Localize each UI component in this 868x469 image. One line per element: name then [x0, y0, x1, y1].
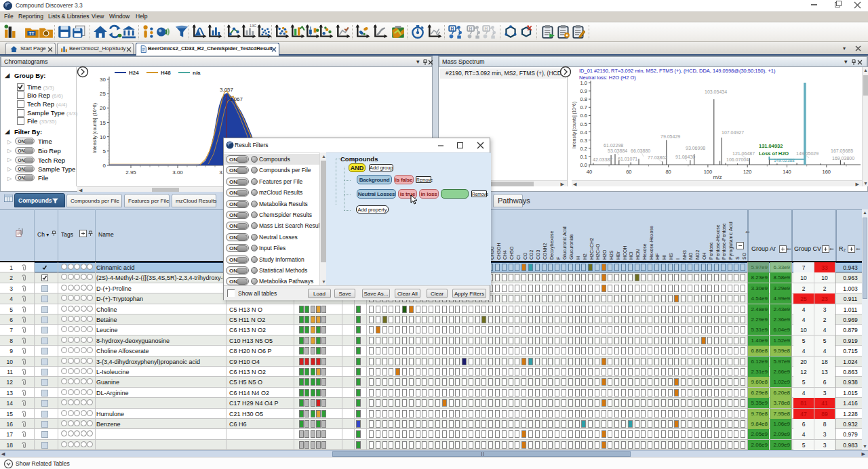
- svg-text:149.02388: 149.02388: [774, 158, 795, 163]
- svg-text:10: 10: [100, 134, 106, 140]
- svg-text:TT: TT: [29, 31, 35, 36]
- svg-text:Intensity [counts] (10^6): Intensity [counts] (10^6): [92, 103, 98, 153]
- svg-text:H: H: [450, 26, 454, 31]
- svg-text:61.01071: 61.01071: [618, 157, 637, 161]
- svg-text:91.06430: 91.06430: [675, 155, 695, 159]
- svg-text:H: H: [484, 26, 488, 31]
- svg-text:3.00: 3.00: [172, 169, 183, 176]
- svg-text:167.05685: 167.05685: [831, 148, 853, 153]
- svg-text:79.05429: 79.05429: [660, 134, 680, 139]
- svg-text:0: 0: [103, 163, 106, 169]
- svg-text:77.03862: 77.03862: [648, 155, 667, 160]
- svg-text:2.95: 2.95: [125, 169, 136, 176]
- svg-text:ID_01 #2190, RT=3.092 min, MS2: ID_01 #2190, RT=3.092 min, MS2, FTMS (+)…: [579, 68, 776, 74]
- svg-text:140: 140: [783, 169, 791, 175]
- svg-text:0.0: 0.0: [580, 162, 587, 168]
- svg-text:131.04932: 131.04932: [759, 143, 783, 149]
- svg-text:Neutral loss: H2O (H2 O): Neutral loss: H2O (H2 O): [579, 75, 636, 81]
- svg-text:100: 100: [704, 169, 713, 175]
- svg-text:0.6: 0.6: [580, 113, 587, 119]
- svg-text:m/z: m/z: [713, 174, 722, 180]
- svg-text:66.03880: 66.03880: [631, 148, 650, 153]
- svg-text:15: 15: [100, 120, 106, 126]
- svg-text:0.2: 0.2: [580, 146, 587, 152]
- svg-text:42.03387: 42.03387: [593, 157, 612, 162]
- svg-text:121.06487: 121.06487: [732, 151, 755, 156]
- svg-text:H48: H48: [161, 70, 171, 76]
- svg-text:0.5: 0.5: [580, 121, 587, 127]
- svg-text:53.03884: 53.03884: [608, 148, 627, 153]
- svg-text:40: 40: [587, 169, 592, 175]
- svg-text:120: 120: [743, 169, 752, 175]
- svg-text:169.03800: 169.03800: [832, 156, 854, 161]
- svg-text:0.9: 0.9: [580, 88, 587, 94]
- svg-text:3.067: 3.067: [229, 96, 243, 102]
- svg-text:0.8: 0.8: [580, 96, 587, 102]
- svg-text:107.04927: 107.04927: [722, 130, 744, 135]
- svg-text:149.05029: 149.05029: [796, 151, 818, 156]
- svg-text:25: 25: [100, 91, 106, 97]
- svg-text:0.4: 0.4: [580, 129, 587, 136]
- svg-text:5: 5: [103, 148, 106, 155]
- svg-text:93.06998: 93.06998: [686, 146, 705, 150]
- svg-text:n/a: n/a: [193, 70, 201, 76]
- svg-text:30: 30: [100, 77, 106, 83]
- svg-text:61.02298: 61.02298: [604, 143, 623, 148]
- svg-text:160: 160: [823, 169, 831, 175]
- svg-text:20: 20: [100, 105, 106, 111]
- svg-text:3.057: 3.057: [220, 87, 234, 93]
- svg-text:103.05434: 103.05434: [705, 89, 727, 94]
- svg-text:Intensity [counts] (10^6): Intensity [counts] (10^6): [572, 102, 577, 148]
- svg-text:60: 60: [626, 169, 631, 175]
- svg-text:1.0: 1.0: [580, 80, 587, 86]
- svg-text:13C: 13C: [250, 24, 256, 28]
- svg-text:H24: H24: [129, 70, 139, 76]
- svg-text:0.7: 0.7: [580, 104, 587, 110]
- svg-text:Loss of H2O: Loss of H2O: [759, 150, 789, 157]
- svg-text:H: H: [469, 26, 472, 31]
- svg-text:80: 80: [665, 169, 671, 175]
- svg-text:0.1: 0.1: [580, 154, 587, 160]
- svg-text:0.3: 0.3: [580, 138, 587, 144]
